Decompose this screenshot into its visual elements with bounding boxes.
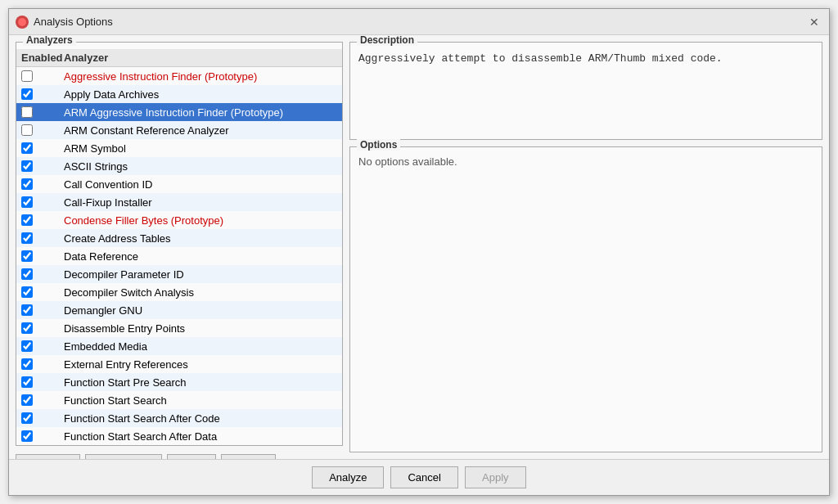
analyze-button[interactable]: Analyze: [312, 466, 384, 488]
description-text: Aggressively attempt to disassemble ARM/…: [358, 51, 813, 67]
row-label: Apply Data Archives: [64, 88, 337, 101]
col-enabled-header: Enabled: [21, 52, 64, 64]
row-label: Function Start Search After Data: [64, 430, 337, 443]
row-enabled-checkbox[interactable]: [21, 214, 64, 226]
table-row[interactable]: Demangler GNU: [16, 301, 342, 319]
row-enabled-checkbox[interactable]: [21, 412, 64, 424]
table-row[interactable]: ASCII Strings: [16, 157, 342, 175]
row-label: Function Start Search After Code: [64, 412, 337, 425]
row-label: Disassemble Entry Points: [64, 322, 337, 335]
row-label: ASCII Strings: [64, 160, 337, 173]
row-label: Decompiler Parameter ID: [64, 268, 337, 281]
title-bar: Analysis Options ✕: [9, 9, 829, 35]
row-label: Create Address Tables: [64, 232, 337, 245]
table-row[interactable]: Function Start Search: [16, 391, 342, 409]
table-row[interactable]: ARM Constant Reference Analyzer: [16, 121, 342, 139]
svg-point-0: [18, 18, 26, 26]
analyzer-table: Enabled Analyzer Aggressive Instruction …: [16, 49, 342, 445]
dialog-body: Analyzers Enabled Analyzer Aggressive In…: [9, 35, 829, 459]
no-options-text: No options available.: [358, 155, 813, 168]
row-enabled-checkbox[interactable]: [21, 178, 64, 190]
row-label: Data Reference: [64, 250, 337, 263]
options-label: Options: [357, 139, 400, 151]
row-label: ARM Aggressive Instruction Finder (Proto…: [64, 106, 337, 119]
options-box: Options No options available.: [349, 146, 822, 452]
right-panel: Description Aggressively attempt to disa…: [349, 42, 822, 452]
row-enabled-checkbox[interactable]: [21, 250, 64, 262]
row-enabled-checkbox[interactable]: [21, 286, 64, 298]
cancel-button[interactable]: Cancel: [390, 466, 457, 488]
table-row[interactable]: Decompiler Switch Analysis: [16, 283, 342, 301]
analyzers-label: Analyzers: [23, 35, 76, 46]
row-enabled-checkbox[interactable]: [21, 106, 64, 118]
row-enabled-checkbox[interactable]: [21, 394, 64, 406]
dialog-title: Analysis Options: [34, 16, 806, 28]
dialog-footer: Analyze Cancel Apply: [9, 459, 829, 495]
table-row[interactable]: Apply Data Archives: [16, 85, 342, 103]
description-box: Description Aggressively attempt to disa…: [349, 42, 822, 140]
row-label: Function Start Search: [64, 394, 337, 407]
col-analyzer-header: Analyzer: [64, 52, 337, 64]
row-enabled-checkbox[interactable]: [21, 376, 64, 388]
table-row[interactable]: ARM Symbol: [16, 139, 342, 157]
row-label: Demangler GNU: [64, 304, 337, 317]
row-enabled-checkbox[interactable]: [21, 268, 64, 280]
table-row[interactable]: Disassemble Entry Points: [16, 319, 342, 337]
row-enabled-checkbox[interactable]: [21, 340, 64, 352]
row-enabled-checkbox[interactable]: [21, 322, 64, 334]
app-icon: [16, 16, 29, 29]
row-label: External Entry References: [64, 358, 337, 371]
table-row[interactable]: Decompiler Parameter ID: [16, 265, 342, 283]
table-row[interactable]: Function Start Search After Code: [16, 409, 342, 427]
row-enabled-checkbox[interactable]: [21, 124, 64, 136]
table-row[interactable]: Call Convention ID: [16, 175, 342, 193]
row-label: Condense Filler Bytes (Prototype): [64, 214, 337, 227]
row-label: Embedded Media: [64, 340, 337, 353]
description-label: Description: [357, 35, 417, 46]
table-header: Enabled Analyzer: [16, 49, 342, 67]
left-panel: Analyzers Enabled Analyzer Aggressive In…: [16, 42, 343, 452]
row-label: Decompiler Switch Analysis: [64, 286, 337, 299]
table-row[interactable]: Embedded Media: [16, 337, 342, 355]
row-label: Call-Fixup Installer: [64, 196, 337, 209]
apply-button[interactable]: Apply: [465, 466, 526, 488]
table-row[interactable]: Function Start Pre Search: [16, 373, 342, 391]
row-enabled-checkbox[interactable]: [21, 196, 64, 208]
row-enabled-checkbox[interactable]: [21, 70, 64, 82]
row-enabled-checkbox[interactable]: [21, 88, 64, 100]
table-row[interactable]: Create Address Tables: [16, 229, 342, 247]
row-label: Function Start Pre Search: [64, 376, 337, 389]
table-row[interactable]: Call-Fixup Installer: [16, 193, 342, 211]
row-label: ARM Symbol: [64, 142, 337, 155]
row-enabled-checkbox[interactable]: [21, 160, 64, 172]
table-row[interactable]: Function Start Search After Data: [16, 427, 342, 445]
row-enabled-checkbox[interactable]: [21, 304, 64, 316]
table-row[interactable]: Data Reference: [16, 247, 342, 265]
table-row[interactable]: External Entry References: [16, 355, 342, 373]
analyzers-group: Analyzers Enabled Analyzer Aggressive In…: [16, 42, 343, 446]
analysis-options-dialog: Analysis Options ✕ Analyzers Enabled Ana…: [8, 8, 830, 496]
close-button[interactable]: ✕: [806, 14, 822, 30]
row-enabled-checkbox[interactable]: [21, 232, 64, 244]
table-row[interactable]: ARM Aggressive Instruction Finder (Proto…: [16, 103, 342, 121]
row-label: Aggressive Instruction Finder (Prototype…: [64, 70, 337, 83]
table-row[interactable]: Condense Filler Bytes (Prototype): [16, 211, 342, 229]
table-body[interactable]: Aggressive Instruction Finder (Prototype…: [16, 67, 342, 445]
row-enabled-checkbox[interactable]: [21, 430, 64, 442]
row-label: Call Convention ID: [64, 178, 337, 191]
row-label: ARM Constant Reference Analyzer: [64, 124, 337, 137]
row-enabled-checkbox[interactable]: [21, 142, 64, 154]
row-enabled-checkbox[interactable]: [21, 358, 64, 370]
table-row[interactable]: Aggressive Instruction Finder (Prototype…: [16, 67, 342, 85]
